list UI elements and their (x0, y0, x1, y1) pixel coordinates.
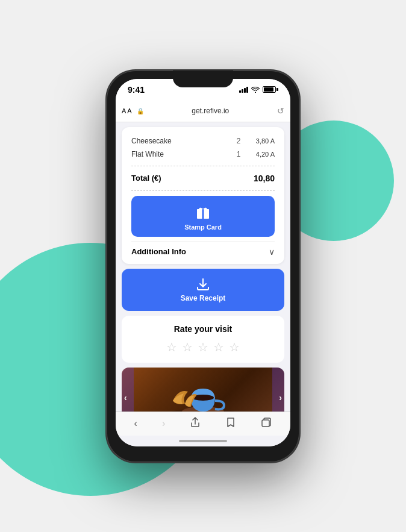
receipt-item-qty-2: 1 (233, 150, 245, 158)
battery-icon (263, 86, 278, 93)
safari-forward-icon[interactable]: › (162, 418, 165, 429)
browser-url[interactable]: get.refive.io (149, 107, 272, 115)
receipt-item-row-1: Cheesecake 2 3,80 A (131, 134, 275, 148)
save-receipt-label: Save Receipt (181, 294, 226, 302)
image-background: ‹ › (122, 368, 284, 412)
coffee-image (161, 371, 245, 412)
star-4-icon[interactable]: ☆ (213, 340, 224, 354)
browser-bar: A A 🔒 get.refive.io ↺ (116, 101, 290, 122)
wifi-icon (251, 87, 260, 93)
safari-bookmarks-icon[interactable] (225, 417, 236, 430)
phone-notch (173, 70, 233, 87)
stars-row[interactable]: ☆ ☆ ☆ ☆ ☆ (166, 340, 240, 354)
safari-share-icon[interactable] (190, 417, 201, 430)
right-panel (272, 368, 284, 412)
left-panel (122, 368, 134, 412)
browser-aa-label: A A (122, 107, 132, 114)
image-strip: ‹ › (122, 368, 284, 412)
receipt-item-row-2: Flat White 1 4,20 A (131, 148, 275, 161)
rate-section: Rate your visit ☆ ☆ ☆ ☆ ☆ (122, 316, 284, 363)
receipt-item-price-2: 4,20 A (245, 151, 275, 158)
status-time: 9:41 (128, 85, 145, 95)
stamp-card-label: Stamp Card (184, 224, 222, 231)
phone-screen: 9:41 (116, 79, 290, 446)
receipt-total-row: Total (€) 10,80 (131, 171, 275, 186)
svg-rect-6 (262, 420, 269, 427)
receipt-item-price-1: 3,80 A (245, 137, 275, 145)
star-5-icon[interactable]: ☆ (229, 340, 240, 354)
receipt-item-name-2: Flat White (131, 150, 233, 158)
gift-icon (193, 202, 213, 221)
browser-lock-icon: 🔒 (137, 108, 144, 114)
browser-reload-icon[interactable]: ↺ (277, 106, 284, 116)
nav-arrow-right-icon[interactable]: › (279, 393, 282, 402)
safari-back-icon[interactable]: ‹ (134, 418, 137, 429)
receipt-total-value: 10,80 (254, 174, 275, 183)
home-indicator (116, 436, 290, 446)
home-bar (179, 440, 227, 442)
chevron-down-icon: ∨ (269, 247, 275, 257)
receipt-item-qty-1: 2 (233, 137, 245, 145)
additional-info-label: Additional Info (131, 247, 186, 256)
star-2-icon[interactable]: ☆ (182, 340, 193, 354)
svg-rect-2 (202, 209, 204, 219)
safari-tabs-icon[interactable] (261, 417, 272, 430)
rate-title: Rate your visit (174, 324, 232, 334)
star-3-icon[interactable]: ☆ (198, 340, 208, 354)
stamp-card-button[interactable]: Stamp Card (131, 196, 275, 237)
receipt-total-label: Total (€) (131, 174, 161, 183)
page-content: Cheesecake 2 3,80 A Flat White 1 4,20 A … (116, 122, 290, 412)
receipt-divider-2 (131, 190, 275, 191)
additional-info-row[interactable]: Additional Info ∨ (131, 247, 275, 257)
status-icons (239, 86, 278, 93)
phone-shell: 9:41 (107, 70, 299, 462)
receipt-divider-3 (131, 242, 275, 242)
signal-icon (239, 87, 248, 93)
receipt-item-name-1: Cheesecake (131, 137, 233, 145)
download-icon (196, 277, 210, 292)
safari-bar: ‹ › (116, 412, 290, 436)
nav-arrow-left-icon[interactable]: ‹ (124, 393, 127, 402)
star-1-icon[interactable]: ☆ (166, 340, 177, 354)
save-receipt-button[interactable]: Save Receipt (122, 269, 284, 311)
receipt-card: Cheesecake 2 3,80 A Flat White 1 4,20 A … (122, 127, 284, 264)
receipt-divider-1 (131, 166, 275, 166)
